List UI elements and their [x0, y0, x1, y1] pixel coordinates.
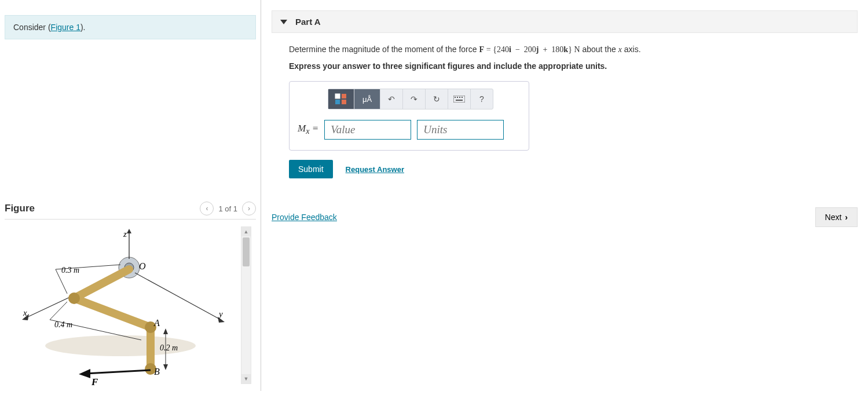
figure-scrollbar[interactable]: ▲ ▼	[241, 226, 251, 384]
keyboard-icon[interactable]	[448, 89, 471, 109]
svg-line-10	[74, 298, 151, 327]
label-x: x	[23, 308, 27, 317]
svg-rect-27	[342, 100, 346, 104]
svg-rect-26	[335, 100, 340, 104]
label-d2: 0.4 m	[54, 320, 72, 329]
svg-rect-28	[453, 96, 465, 103]
scroll-down-icon[interactable]: ▼	[241, 374, 251, 383]
label-B: B	[154, 367, 160, 376]
next-button[interactable]: Next ›	[815, 207, 858, 227]
svg-rect-30	[457, 97, 458, 98]
label-d3: 0.2 m	[160, 343, 178, 352]
units-input[interactable]	[417, 120, 504, 140]
figure-diagram: z O x y	[5, 224, 230, 381]
svg-rect-33	[456, 100, 463, 101]
svg-point-12	[68, 292, 80, 304]
q-post: about the	[582, 45, 618, 54]
axis-var: x	[618, 45, 622, 54]
figure-page-indicator: 1 of 1	[218, 204, 237, 213]
q-pre: Determine the magnitude of the moment of…	[289, 45, 479, 54]
intro-suffix: ).	[80, 23, 86, 32]
svg-rect-29	[455, 97, 456, 98]
bottom-row: Provide Feedback Next ›	[272, 207, 858, 227]
force-expression: F	[479, 45, 484, 54]
svg-marker-21	[163, 364, 168, 370]
label-y: y	[218, 309, 223, 319]
scroll-thumb[interactable]	[243, 237, 250, 266]
part-title: Part A	[295, 17, 321, 27]
figure-prev-button[interactable]: ‹	[200, 202, 214, 215]
question-text: Determine the magnitude of the moment of…	[289, 43, 858, 56]
undo-icon[interactable]: ↶	[380, 89, 403, 109]
label-O: O	[139, 261, 146, 271]
figure-title: Figure	[5, 203, 35, 214]
caret-down-icon	[280, 20, 287, 24]
intro-box: Consider (Figure 1).	[5, 15, 256, 39]
instruction: Express your answer to three significant…	[289, 61, 858, 71]
svg-marker-23	[79, 369, 90, 378]
template-icon[interactable]	[328, 89, 354, 109]
request-answer-link[interactable]: Request Answer	[346, 165, 404, 174]
label-A: A	[153, 318, 160, 328]
mx-label: Mx =	[298, 123, 318, 136]
answer-toolbar: μÅ ↶ ↷ ↻ ?	[328, 89, 493, 109]
force-eq: = {240i − 200j + 180k} N	[486, 45, 580, 54]
svg-rect-25	[342, 94, 346, 98]
svg-line-17	[50, 302, 67, 320]
answer-row: Mx =	[298, 120, 521, 140]
figure-header: Figure ‹ 1 of 1 ›	[5, 202, 256, 220]
svg-rect-32	[462, 97, 463, 98]
svg-marker-20	[163, 328, 168, 334]
intro-prefix: Consider (	[13, 23, 51, 32]
figure-nav: ‹ 1 of 1 ›	[200, 202, 256, 215]
reset-icon[interactable]: ↻	[426, 89, 448, 109]
label-d1: 0.3 m	[61, 266, 79, 275]
svg-rect-24	[335, 94, 340, 98]
label-z: z	[123, 229, 127, 239]
redo-icon[interactable]: ↷	[403, 89, 426, 109]
part-header[interactable]: Part A	[272, 10, 858, 33]
svg-rect-31	[459, 97, 460, 98]
svg-line-9	[74, 269, 129, 298]
provide-feedback-link[interactable]: Provide Feedback	[272, 213, 337, 222]
svg-line-7	[135, 273, 222, 320]
scroll-up-icon[interactable]: ▲	[241, 227, 251, 236]
figure-next-button[interactable]: ›	[242, 202, 256, 215]
next-label: Next	[825, 213, 842, 222]
svg-line-22	[86, 370, 151, 374]
answer-panel: μÅ ↶ ↷ ↻ ? Mx =	[289, 81, 529, 151]
q-end: axis.	[624, 45, 641, 54]
value-input[interactable]	[324, 120, 411, 140]
figure-area: z O x y	[5, 224, 256, 386]
svg-marker-4	[127, 229, 131, 233]
help-icon[interactable]: ?	[471, 89, 493, 109]
label-F: F	[91, 376, 98, 386]
figure-link[interactable]: Figure 1	[51, 23, 80, 32]
action-row: Submit Request Answer	[289, 160, 858, 178]
units-symbol-button[interactable]: μÅ	[354, 89, 380, 109]
chevron-right-icon: ›	[845, 213, 848, 222]
submit-button[interactable]: Submit	[289, 160, 333, 178]
